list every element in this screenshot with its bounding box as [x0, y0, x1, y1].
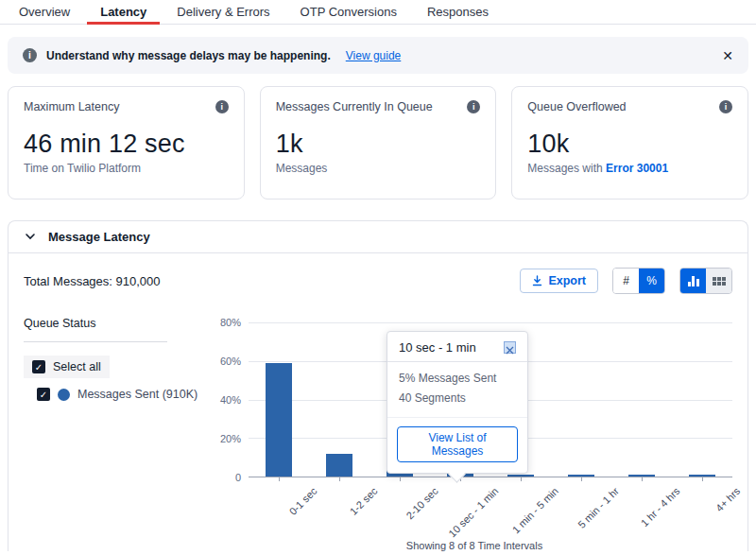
card-subtitle: Messages with Error 30001 [527, 162, 732, 175]
bar-chart: 80%60%40%20%0 10 sec - 1 min 5% [216, 304, 732, 551]
bar-4+-hrs[interactable] [689, 475, 715, 477]
card-title: Queue Overflowed [527, 100, 626, 113]
chart-controls: Total Messages: 910,000 Export # % [9, 253, 747, 298]
card-subtitle: Messages [276, 162, 481, 175]
y-tick-label: 60% [220, 356, 241, 367]
count-toggle[interactable]: # [613, 269, 639, 293]
info-icon[interactable]: i [719, 100, 732, 113]
tab-latency-label: Latency [100, 5, 146, 19]
x-tick-label: 1 min - 5 min [510, 485, 560, 535]
y-tick-label: 20% [220, 433, 241, 444]
bar-5-min---1-hr[interactable] [568, 475, 594, 477]
bar-1-2-sec[interactable] [326, 454, 352, 477]
view-toggle-group [679, 268, 732, 294]
bar-slot [551, 322, 611, 477]
chart-view-toggle[interactable] [680, 269, 706, 293]
export-button[interactable]: Export [520, 269, 598, 293]
panel-header: Message Latency [9, 221, 747, 253]
series-color-dot [58, 389, 70, 401]
bar-slot [672, 322, 732, 477]
tab-overview-label: Overview [19, 5, 70, 19]
info-icon[interactable]: i [467, 100, 480, 113]
view-guide-link[interactable]: View guide [346, 49, 402, 62]
x-tick-label: 5 min - 1 hr [576, 485, 622, 530]
chart-tooltip: 10 sec - 1 min 5% Messages Sent 40 Segme… [387, 331, 528, 474]
table-grid-icon [713, 277, 726, 286]
y-tick-label: 0 [235, 472, 241, 483]
card-messages-in-queue: Messages Currently In Queue i 1k Message… [260, 86, 497, 199]
bar-0-1-sec[interactable] [266, 363, 292, 477]
tab-otp-conversions[interactable]: OTP Conversions [285, 0, 412, 24]
tab-latency[interactable]: Latency [85, 0, 162, 24]
x-tick-label: 2-10 sec [404, 485, 439, 521]
bar-1-min---5-min[interactable] [507, 475, 534, 477]
tab-overview[interactable]: Overview [4, 0, 85, 24]
card-value: 10k [527, 130, 732, 159]
card-title: Maximum Latency [24, 100, 119, 113]
tooltip-title: 10 sec - 1 min [399, 340, 476, 355]
select-all-checkbox-row[interactable]: ✓ Select all [24, 356, 110, 378]
card-queue-overflowed: Queue Overflowed i 10k Messages with Err… [511, 86, 748, 199]
download-icon [532, 275, 542, 286]
tab-responses-label: Responses [427, 5, 489, 19]
queue-status-legend: Queue Status ✓ Select all ✓ Messages Sen… [24, 304, 216, 551]
series-label: Messages Sent (910K) [77, 388, 198, 401]
x-tick-label: 0-1 sec [286, 485, 318, 517]
y-tick-label: 40% [220, 394, 241, 406]
tab-bar: Overview Latency Delivery & Errors OTP C… [0, 0, 756, 25]
unit-toggle-group: # % [612, 268, 665, 294]
tooltip-close-icon[interactable] [504, 341, 516, 354]
bar-slot [309, 322, 369, 477]
tooltip-segments: 40 Segments [399, 389, 516, 408]
card-title: Messages Currently In Queue [276, 100, 433, 113]
info-banner: i Understand why message delays may be h… [8, 37, 748, 74]
view-list-of-messages-button[interactable]: View List of Messages [397, 426, 518, 462]
checkbox-checked-icon[interactable]: ✓ [32, 360, 45, 373]
card-maximum-latency: Maximum Latency i 46 min 12 sec Time on … [8, 86, 245, 199]
chevron-down-icon[interactable] [26, 234, 35, 240]
table-view-toggle[interactable] [706, 269, 731, 293]
chart-footer: Showing 8 of 8 Time Intervals [216, 540, 732, 551]
stat-cards-row: Maximum Latency i 46 min 12 sec Time on … [8, 86, 748, 199]
card-subtitle: Time on Twilio Platform [24, 162, 229, 175]
error-30001-link[interactable]: Error 30001 [606, 162, 668, 175]
banner-message: Understand why message delays may be hap… [46, 49, 331, 62]
x-tick-label: 4+ hrs [713, 485, 742, 513]
bar-slot [611, 322, 672, 477]
message-latency-panel: Message Latency Total Messages: 910,000 … [8, 220, 748, 551]
percent-toggle[interactable]: % [639, 269, 664, 293]
checkbox-checked-icon[interactable]: ✓ [37, 388, 50, 401]
tab-responses[interactable]: Responses [412, 0, 504, 24]
bar-1-hr---4-hrs[interactable] [628, 475, 655, 477]
card-value: 46 min 12 sec [24, 130, 229, 159]
x-tick-label: 1 hr - 4 hrs [638, 485, 681, 529]
plot-area: 10 sec - 1 min 5% Messages Sent 40 Segme… [249, 322, 732, 477]
select-all-label: Select all [53, 360, 101, 373]
bar-slot [249, 322, 309, 477]
tab-delivery-errors[interactable]: Delivery & Errors [162, 0, 284, 24]
total-messages-label: Total Messages: 910,000 [24, 274, 161, 288]
panel-title: Message Latency [48, 230, 150, 244]
x-tick-label: 1-2 sec [347, 485, 379, 517]
tab-delivery-errors-label: Delivery & Errors [177, 5, 269, 19]
banner-close-icon[interactable]: ✕ [722, 49, 733, 62]
card-value: 1k [276, 130, 481, 159]
bar-chart-icon [688, 276, 699, 286]
chart-region: Queue Status ✓ Select all ✓ Messages Sen… [9, 298, 747, 551]
info-icon: i [23, 48, 37, 62]
x-axis-labels: 0-1 sec1-2 sec2-10 sec10 sec - 1 min1 mi… [249, 477, 732, 540]
x-tick-label: 10 sec - 1 min [446, 485, 500, 539]
legend-title: Queue Status [24, 317, 216, 330]
info-icon[interactable]: i [215, 100, 229, 113]
tab-otp-conversions-label: OTP Conversions [301, 5, 397, 19]
y-axis: 80%60%40%20%0 [216, 322, 249, 477]
export-label: Export [548, 274, 586, 287]
card-subtitle-text: Messages with [527, 162, 606, 175]
series-messages-sent-row[interactable]: ✓ Messages Sent (910K) [37, 388, 216, 401]
tooltip-messages-sent: 5% Messages Sent [399, 369, 516, 389]
y-tick-label: 80% [220, 317, 241, 328]
